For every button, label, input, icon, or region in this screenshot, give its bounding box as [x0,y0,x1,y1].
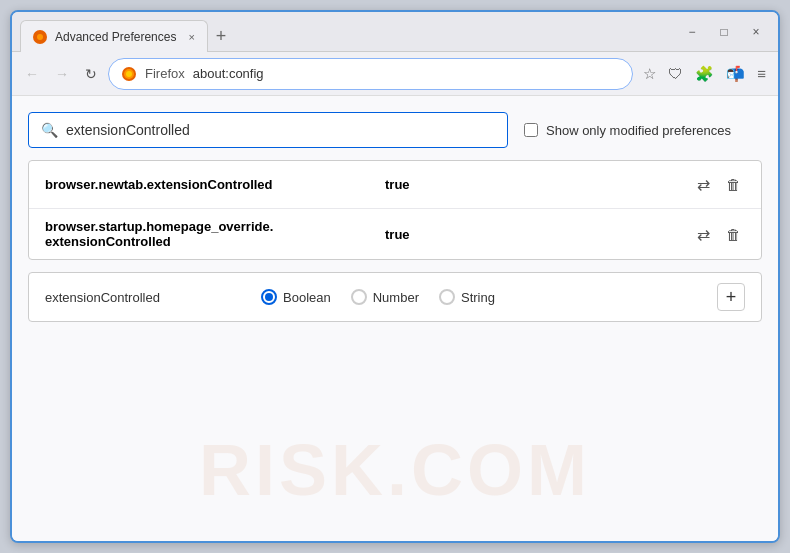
swap-icon: ⇄ [697,225,710,244]
show-modified-label[interactable]: Show only modified preferences [524,123,731,138]
delete-button-2[interactable]: 🗑 [722,222,745,247]
trash-icon: 🗑 [726,176,741,193]
radio-string-circle [439,289,455,305]
svg-point-1 [37,34,43,40]
new-pref-name: extensionControlled [45,290,245,305]
trash-icon: 🗑 [726,226,741,243]
maximize-button[interactable]: □ [710,18,738,46]
table-row[interactable]: browser.startup.homepage_override. exten… [29,209,761,259]
svg-point-4 [126,71,132,77]
sync-icon: 📬 [726,65,745,83]
add-preference-button[interactable]: + [717,283,745,311]
sync-button[interactable]: 📬 [722,61,749,87]
pref-name-2: browser.startup.homepage_override. exten… [45,219,385,249]
swap-button-1[interactable]: ⇄ [693,171,714,198]
window-controls: − □ × [678,18,770,46]
back-button[interactable]: ← [20,61,44,87]
show-modified-text: Show only modified preferences [546,123,731,138]
tab-favicon [33,30,47,44]
tab-close-button[interactable]: × [188,31,194,43]
search-section: 🔍 Show only modified preferences [28,112,762,148]
radio-number-label: Number [373,290,419,305]
firefox-icon-small [35,32,45,42]
radio-boolean[interactable]: Boolean [261,289,331,305]
nav-bar: ← → ↻ Firefox about:config ☆ 🛡 🧩 📬 [12,52,778,96]
preference-search-bar[interactable]: 🔍 [28,112,508,148]
forward-button[interactable]: → [50,61,74,87]
watermark: RISK.COM [199,429,591,511]
type-radio-group: Boolean Number String [261,289,701,305]
row-actions-1: ⇄ 🗑 [693,171,745,198]
table-row[interactable]: browser.newtab.extensionControlled true … [29,161,761,209]
pref-value-2: true [385,227,693,242]
add-preference-row: extensionControlled Boolean Number Strin… [28,272,762,322]
address-text: about:config [193,66,621,81]
search-icon: 🔍 [41,122,58,138]
radio-string-label: String [461,290,495,305]
firefox-logo-icon [121,66,137,82]
menu-icon: ≡ [757,65,766,82]
nav-icons: ☆ 🛡 🧩 📬 ≡ [639,61,770,87]
address-bar[interactable]: Firefox about:config [108,58,633,90]
refresh-button[interactable]: ↻ [80,61,102,87]
pref-value-1: true [385,177,693,192]
row-actions-2: ⇄ 🗑 [693,221,745,248]
radio-string[interactable]: String [439,289,495,305]
minimize-button[interactable]: − [678,18,706,46]
new-tab-button[interactable]: + [208,22,235,51]
radio-number-circle [351,289,367,305]
radio-boolean-label: Boolean [283,290,331,305]
extension-button[interactable]: 🧩 [691,61,718,87]
browser-label: Firefox [145,66,185,81]
shield-button[interactable]: 🛡 [664,61,687,86]
results-table: browser.newtab.extensionControlled true … [28,160,762,260]
extension-icon: 🧩 [695,65,714,83]
title-bar: Advanced Preferences × + − □ × [12,12,778,52]
shield-icon: 🛡 [668,65,683,82]
bookmark-button[interactable]: ☆ [639,61,660,87]
tab-title: Advanced Preferences [55,30,176,44]
tab-area: Advanced Preferences × + [20,12,678,51]
delete-button-1[interactable]: 🗑 [722,172,745,197]
swap-button-2[interactable]: ⇄ [693,221,714,248]
page-content: RISK.COM 🔍 Show only modified preference… [12,96,778,541]
show-modified-checkbox[interactable] [524,123,538,137]
pref-name-1: browser.newtab.extensionControlled [45,177,385,192]
swap-icon: ⇄ [697,175,710,194]
menu-button[interactable]: ≡ [753,61,770,86]
search-input[interactable] [66,122,495,138]
browser-window: Advanced Preferences × + − □ × ← → ↻ Fir… [10,10,780,543]
bookmark-icon: ☆ [643,65,656,83]
radio-number[interactable]: Number [351,289,419,305]
radio-boolean-circle [261,289,277,305]
close-button[interactable]: × [742,18,770,46]
active-tab[interactable]: Advanced Preferences × [20,20,208,52]
